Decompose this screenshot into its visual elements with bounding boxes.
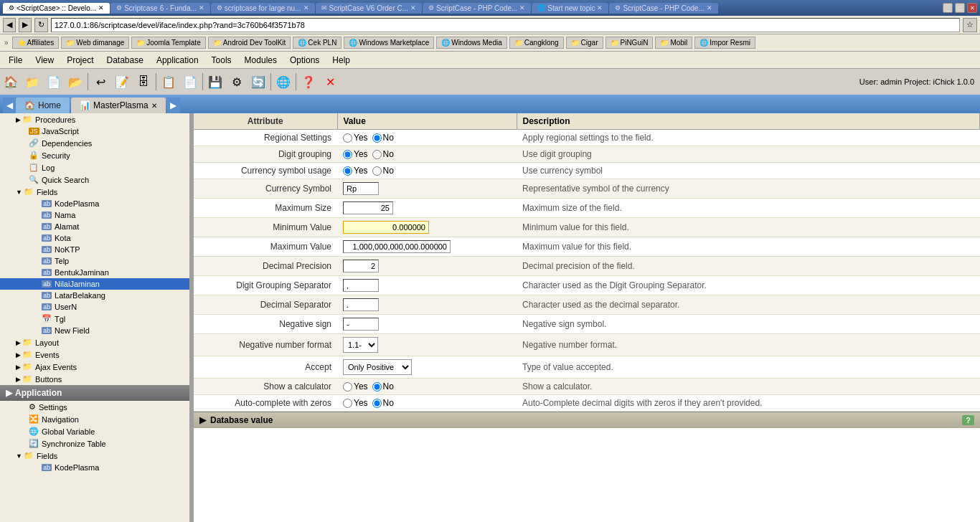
tree-item-usern[interactable]: abUserN bbox=[0, 301, 189, 313]
tree-item-dependencies[interactable]: 🔗Dependencies bbox=[0, 137, 189, 149]
tree-item-quick-search[interactable]: 🔍Quick Search bbox=[0, 174, 189, 186]
close-tab-6[interactable]: ✕ bbox=[707, 4, 712, 11]
application-section[interactable]: ▶ Application bbox=[0, 385, 189, 401]
tree-item-fields[interactable]: ▼📁Fields bbox=[0, 186, 189, 198]
tree-item-fields[interactable]: ▼📁Fields bbox=[0, 450, 189, 462]
radio-14-no[interactable] bbox=[372, 399, 382, 408]
db-value-section[interactable]: ▶ Database value ? bbox=[194, 412, 980, 428]
tab-scriptcase-large[interactable]: ⚙ scriptcase for large nu... ✕ bbox=[211, 3, 315, 14]
tree-item-events[interactable]: ▶📁Events bbox=[0, 348, 189, 361]
tab-new-topic[interactable]: 🌐 Start new topic ✕ bbox=[532, 3, 608, 14]
tab-sc-php2[interactable]: ⚙ ScriptCase - PHP Code... ✕ bbox=[609, 3, 717, 14]
tree-item-kota[interactable]: abKota bbox=[0, 232, 189, 244]
tree-item-javascript[interactable]: JSJavaScript bbox=[0, 125, 189, 137]
radio-1-yes[interactable] bbox=[343, 150, 352, 159]
tb-settings[interactable]: ⚙ bbox=[226, 72, 248, 92]
bookmark-cigar[interactable]: 📁Cigar bbox=[566, 37, 603, 49]
tab-scriptcase-devel[interactable]: ⚙ <ScriptCase> :: Develo... ✕ bbox=[3, 3, 110, 14]
minimize-button[interactable]: _ bbox=[943, 3, 953, 13]
tree-item-tgl[interactable]: 📅Tgl bbox=[0, 313, 189, 325]
select-12[interactable]: Only PositiveOnly NegativeBoth bbox=[343, 359, 412, 375]
tb-globe[interactable]: 🌐 bbox=[273, 72, 294, 92]
tree-item-ajax-events[interactable]: ▶📁Ajax Events bbox=[0, 361, 189, 373]
menu-project[interactable]: Project bbox=[61, 53, 99, 67]
tree-item-nilaijaminan[interactable]: abNilaiJaminan bbox=[0, 278, 189, 290]
radio-2-yes[interactable] bbox=[343, 166, 352, 176]
tree-item-bentukjaminan[interactable]: abBentukJaminan bbox=[0, 267, 189, 278]
back-button[interactable]: ◀ bbox=[3, 18, 16, 32]
bookmark-cekpln[interactable]: 🌐Cek PLN bbox=[293, 37, 341, 49]
tree-item-synchronize-table[interactable]: 🔄Synchronize Table bbox=[0, 437, 189, 450]
tab-sc-php1[interactable]: ⚙ ScriptCase - PHP Code... ✕ bbox=[423, 3, 531, 14]
close-button[interactable]: ✕ bbox=[967, 3, 977, 13]
tb-refresh[interactable]: 🔄 bbox=[248, 72, 269, 92]
radio-2-no[interactable] bbox=[372, 166, 382, 176]
tb-save[interactable]: 💾 bbox=[204, 72, 226, 92]
tree-item-kodeplasma[interactable]: abKodePlasma bbox=[0, 462, 189, 473]
tb-open-project[interactable]: 📁 bbox=[22, 72, 43, 92]
bookmark-joomla[interactable]: 📁Joomla Template bbox=[131, 37, 205, 49]
tree-item-settings[interactable]: ⚙Settings bbox=[0, 401, 189, 413]
page-tab-home[interactable]: 🏠 Home bbox=[16, 98, 70, 113]
tree-item-log[interactable]: 📋Log bbox=[0, 161, 189, 174]
menu-database[interactable]: Database bbox=[101, 53, 149, 67]
close-tab-3[interactable]: ✕ bbox=[410, 4, 416, 11]
input-7[interactable] bbox=[343, 260, 379, 272]
tree-item-procedures[interactable]: ▶📁Procedures bbox=[0, 113, 189, 125]
forward-button[interactable]: ▶ bbox=[19, 18, 32, 32]
close-tab-0[interactable]: ✕ bbox=[98, 4, 104, 11]
bookmark-impor[interactable]: 🌐Impor Resmi bbox=[694, 37, 755, 49]
close-tab-2[interactable]: ✕ bbox=[303, 4, 309, 11]
tab-nav-right[interactable]: ▶ bbox=[167, 98, 180, 113]
radio-13-yes[interactable] bbox=[343, 382, 352, 392]
bookmark-webdimanage[interactable]: 📁Web dimanage bbox=[61, 37, 129, 49]
tree-item-navigation[interactable]: 🔀Navigation bbox=[0, 413, 189, 425]
tree-item-telp[interactable]: abTelp bbox=[0, 255, 189, 267]
input-8[interactable] bbox=[343, 279, 379, 292]
tree-item-latarbelakang[interactable]: abLatarBelakang bbox=[0, 290, 189, 301]
tree-item-noktp[interactable]: abNoKTP bbox=[0, 244, 189, 255]
bookmark-affiliates[interactable]: ⭐Affiliates bbox=[12, 37, 60, 49]
tree-item-global-variable[interactable]: 🌐Global Variable bbox=[0, 425, 189, 437]
radio-0-no[interactable] bbox=[372, 133, 382, 143]
tab-gmail[interactable]: ✉ ScriptCase V6 Order C... ✕ bbox=[316, 3, 423, 14]
radio-0-yes[interactable] bbox=[343, 133, 352, 143]
radio-13-no[interactable] bbox=[372, 382, 382, 392]
menu-options[interactable]: Options bbox=[284, 53, 325, 67]
tab-scriptcase-fund[interactable]: ⚙ Scriptcase 6 - Funda... ✕ bbox=[110, 3, 210, 14]
select-11[interactable]: 1.1--1.1(1.1) bbox=[343, 337, 378, 353]
close-tab-4[interactable]: ✕ bbox=[519, 4, 525, 11]
input-6[interactable] bbox=[343, 240, 451, 253]
maximize-button[interactable]: □ bbox=[955, 3, 965, 13]
menu-view[interactable]: View bbox=[29, 53, 60, 67]
tree-item-kodeplasma[interactable]: abKodePlasma bbox=[0, 198, 189, 209]
menu-help[interactable]: Help bbox=[326, 53, 356, 67]
close-tab-5[interactable]: ✕ bbox=[597, 4, 603, 11]
tb-close[interactable]: ✕ bbox=[319, 72, 341, 92]
url-input[interactable] bbox=[51, 18, 960, 32]
tree-item-security[interactable]: 🔒Security bbox=[0, 149, 189, 161]
input-5[interactable] bbox=[343, 221, 429, 234]
tb-back[interactable]: ↩ bbox=[90, 72, 111, 92]
tb-paste[interactable]: 📄 bbox=[179, 72, 201, 92]
input-4[interactable] bbox=[343, 201, 393, 214]
bookmark-android[interactable]: 📁Android Dev ToolKit bbox=[208, 37, 291, 49]
reload-button[interactable]: ↻ bbox=[34, 18, 48, 32]
tb-home[interactable]: 🏠 bbox=[0, 72, 22, 92]
page-tab-masterplasma[interactable]: 📊 MasterPlasma ✕ bbox=[71, 98, 166, 113]
tree-item-alamat[interactable]: abAlamat bbox=[0, 221, 189, 232]
bookmark-pinguin[interactable]: 📁PiNGuiN bbox=[606, 37, 654, 49]
tb-open[interactable]: 📂 bbox=[65, 72, 86, 92]
menu-application[interactable]: Application bbox=[151, 53, 204, 67]
close-tab-1[interactable]: ✕ bbox=[199, 4, 204, 11]
input-10[interactable] bbox=[343, 318, 379, 331]
bookmark-winmkt[interactable]: 🌐Windows Marketplace bbox=[344, 37, 434, 49]
radio-14-yes[interactable] bbox=[343, 399, 352, 408]
menu-modules[interactable]: Modules bbox=[239, 53, 283, 67]
tree-item-new-field[interactable]: abNew Field bbox=[0, 325, 189, 336]
menu-file[interactable]: File bbox=[3, 53, 28, 67]
input-3[interactable] bbox=[343, 182, 379, 195]
tree-item-nama[interactable]: abNama bbox=[0, 209, 189, 221]
bookmark-cangklong[interactable]: 📁Cangklong bbox=[509, 37, 564, 49]
input-9[interactable] bbox=[343, 298, 379, 311]
